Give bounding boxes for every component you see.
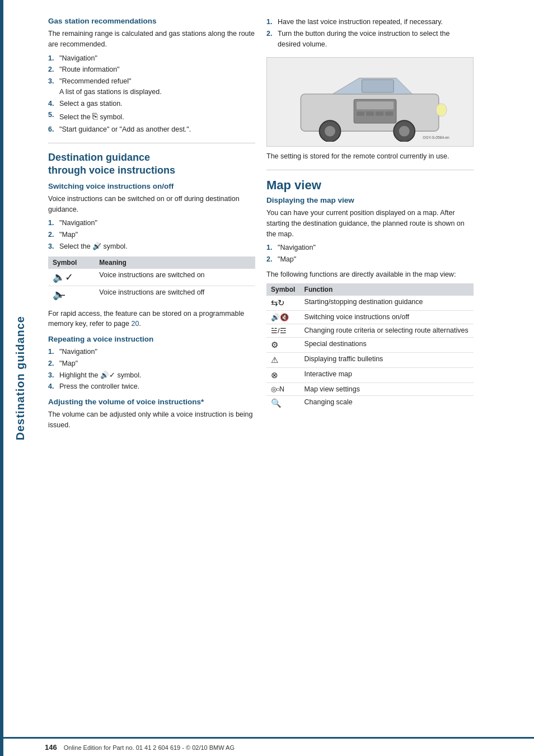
sidebar-label: Destination guidance: [14, 316, 27, 440]
list-item: 6."Start guidance" or "Add as another de…: [48, 124, 255, 135]
displaying-steps: 1."Navigation" 2."Map": [266, 242, 474, 265]
symbol-cell: 🔍: [266, 395, 300, 410]
function-cell: Switching voice instructions on/off: [300, 310, 474, 324]
list-item: 1."Navigation": [48, 218, 255, 228]
switching-note: For rapid access, the feature can be sto…: [48, 309, 255, 330]
list-item: 2."Map": [48, 358, 255, 369]
table-row: 🔈̶ Voice instructions are switched off: [48, 286, 255, 303]
switching-desc: Voice instructions can be switched on or…: [48, 194, 255, 215]
sidebar: Destination guidance: [3, 0, 37, 756]
gas-station-desc: The remaining range is calculated and ga…: [48, 29, 255, 50]
dest-guidance-section: Destination guidancethrough voice instru…: [48, 151, 255, 431]
svg-rect-9: [357, 111, 364, 116]
svg-point-6: [399, 126, 410, 137]
function-cell: Changing route criteria or selecting rou…: [300, 324, 474, 337]
table-row: 🔍 Changing scale: [266, 395, 474, 410]
switching-section: Switching voice instructions on/off Voic…: [48, 182, 255, 329]
svg-rect-11: [376, 111, 383, 116]
gas-station-steps: 1."Navigation" 2."Route information" 3."…: [48, 53, 255, 136]
divider: [48, 143, 255, 143]
list-item: 1.Have the last voice instruction repeat…: [266, 17, 474, 27]
repeating-title: Repeating a voice instruction: [48, 335, 255, 343]
list-item: 3."Recommended refuel"A list of gas stat…: [48, 76, 255, 97]
list-item: 2."Map": [48, 230, 255, 240]
svg-rect-2: [362, 80, 394, 92]
repeating-section: Repeating a voice instruction 1."Navigat…: [48, 335, 255, 392]
symbol-cell: 🔈✓: [48, 269, 95, 286]
main-content: Gas station recommendations The remainin…: [37, 0, 534, 756]
table-row: 🔈✓ Voice instructions are switched on: [48, 269, 255, 286]
switching-title: Switching voice instructions on/off: [48, 182, 255, 190]
symbol-cell: 🔊🔇: [266, 310, 300, 324]
page-number: 146: [45, 743, 57, 752]
symbol-cell: ◎○N: [266, 382, 300, 395]
map-view-title: Map view: [266, 178, 474, 193]
meaning-cell: Voice instructions are switched off: [95, 286, 255, 303]
svg-rect-10: [366, 111, 374, 116]
list-item: 2."Route information": [48, 64, 255, 75]
dest-guidance-title: Destination guidancethrough voice instru…: [48, 151, 255, 178]
symbol-cell: ⚙: [266, 337, 300, 352]
page-container: Destination guidance Gas station recomme…: [0, 0, 534, 756]
table-row: ⚠ Displaying traffic bulletins: [266, 352, 474, 367]
list-item: 5.Select the ⎘ symbol.: [48, 110, 255, 123]
list-item: 3.Select the 🔊̸ symbol.: [48, 241, 255, 252]
table-row: ☱/☲ Changing route criteria or selecting…: [266, 324, 474, 337]
symbol-cell: ⊗: [266, 367, 300, 382]
gas-station-section: Gas station recommendations The remainin…: [48, 17, 255, 135]
table-header-symbol: Symbol: [266, 283, 300, 296]
table-row: ◎○N Map view settings: [266, 382, 474, 395]
list-item: 1."Navigation": [266, 242, 474, 253]
list-item: 1."Navigation": [48, 53, 255, 64]
displaying-note: The following functions are directly ava…: [266, 269, 474, 280]
function-cell: Displaying traffic bulletins: [300, 352, 474, 367]
list-item: 2."Map": [266, 254, 474, 265]
right-column: 1.Have the last voice instruction repeat…: [266, 17, 474, 745]
displaying-title: Displaying the map view: [266, 196, 474, 204]
footer: 146 Online Edition for Part no. 01 41 2 …: [0, 737, 534, 756]
car-image: OGY-S-0584-en: [266, 57, 474, 147]
symbol-cell: 🔈̶: [48, 286, 95, 303]
table-row: 🔊🔇 Switching voice instructions on/off: [266, 310, 474, 324]
svg-rect-8: [357, 101, 394, 109]
left-column: Gas station recommendations The remainin…: [48, 17, 255, 745]
divider-2: [266, 170, 474, 170]
repeating-steps: 1."Navigation" 2."Map" 3.Highlight the 🔊…: [48, 347, 255, 392]
map-view-section: Map view Displaying the map view You can…: [266, 178, 474, 410]
function-cell: Starting/stopping destination guidance: [300, 296, 474, 311]
function-cell: Changing scale: [300, 395, 474, 410]
svg-rect-12: [385, 111, 393, 116]
list-item: 3.Highlight the 🔊✓ symbol.: [48, 370, 255, 381]
gas-station-title: Gas station recommendations: [48, 17, 255, 25]
list-item: 1."Navigation": [48, 347, 255, 357]
function-cell: Special destinations: [300, 337, 474, 352]
volume-steps: 1.Have the last voice instruction repeat…: [266, 17, 474, 49]
list-item: 4.Select a gas station.: [48, 99, 255, 109]
symbol-cell: ⚠: [266, 352, 300, 367]
table-header-symbol: Symbol: [48, 256, 95, 269]
meaning-cell: Voice instructions are switched on: [95, 269, 255, 286]
table-row: ⚙ Special destinations: [266, 337, 474, 352]
image-caption: The setting is stored for the remote con…: [266, 151, 474, 162]
table-row: ⇆↻ Starting/stopping destination guidanc…: [266, 296, 474, 311]
svg-text:OGY-S-0584-en: OGY-S-0584-en: [423, 136, 450, 140]
switching-steps: 1."Navigation" 2."Map" 3.Select the 🔊̸ s…: [48, 218, 255, 251]
car-diagram-svg: OGY-S-0584-en: [277, 62, 462, 142]
table-row: ⊗ Interactive map: [266, 367, 474, 382]
table-header-function: Function: [300, 283, 474, 296]
symbol-table: Symbol Meaning 🔈✓ Voice instructions are…: [48, 256, 255, 303]
list-item: 4.Press the controller twice.: [48, 381, 255, 392]
symbol-cell: ⇆↻: [266, 296, 300, 311]
svg-point-13: [436, 104, 447, 116]
table-header-meaning: Meaning: [95, 256, 255, 269]
function-cell: Interactive map: [300, 367, 474, 382]
svg-point-4: [325, 126, 335, 137]
function-cell: Map view settings: [300, 382, 474, 395]
adjusting-desc: The volume can be adjusted only while a …: [48, 409, 255, 431]
adjusting-section: Adjusting the volume of voice instructio…: [48, 398, 255, 431]
displaying-desc: You can have your current position displ…: [266, 208, 474, 239]
list-item: 2.Turn the button during the voice instr…: [266, 29, 474, 50]
adjusting-title: Adjusting the volume of voice instructio…: [48, 398, 255, 406]
map-function-table: Symbol Function ⇆↻ Starting/stopping des…: [266, 283, 474, 410]
footer-text: Online Edition for Part no. 01 41 2 604 …: [64, 744, 235, 751]
